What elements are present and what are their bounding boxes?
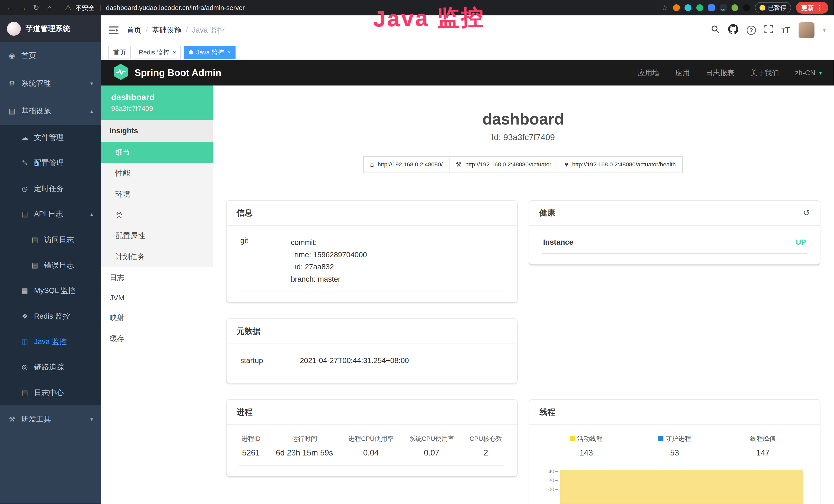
infrastructure-submenu: ☁ 文件管理 ✎ 配置管理 ◷ 定时任务 ▤ API 日志 ▴ ▤ xyxy=(0,125,101,406)
threads-legend: 活动线程 143 守护进程 xyxy=(542,428,807,460)
address-url[interactable]: dashboard.yudao.iocoder.cn/infra/admin-s… xyxy=(106,4,244,12)
process-col-process-cpu: 进程CPU使用率 0.04 xyxy=(348,434,394,458)
avatar-caret-icon[interactable]: ▾ xyxy=(823,27,826,33)
breadcrumb-item[interactable]: 基础设施 xyxy=(152,25,182,36)
sba-item-caches[interactable]: 缓存 xyxy=(101,328,213,349)
sidebar-item-system-management[interactable]: ⚙ 系统管理 ▾ xyxy=(0,70,101,97)
info-row-git: git commit: time: 1596289704000 id: 27aa… xyxy=(239,229,504,292)
close-icon[interactable]: × xyxy=(227,49,231,56)
security-label: 不安全 xyxy=(75,4,94,12)
sba-navbar: Spring Boot Admin 应用墙 应用 日志报表 关于我们 zh-CN… xyxy=(101,60,833,86)
sba-nav-applications[interactable]: 应用 xyxy=(675,68,690,78)
refresh-icon[interactable]: ↺ xyxy=(803,208,810,218)
tab-label: Java 监控 xyxy=(196,48,224,56)
sidebar-item-label: MySQL 监控 xyxy=(34,285,93,296)
extension-icon[interactable] xyxy=(684,4,692,11)
sidebar-item-label: API 日志 xyxy=(34,209,85,219)
sba-item-classes[interactable]: 类 xyxy=(101,205,213,225)
font-size-icon[interactable]: тT xyxy=(781,26,790,35)
extension-icon[interactable] xyxy=(673,4,680,11)
tab-java-monitor[interactable]: Java 监控 × xyxy=(184,46,236,59)
sidebar-item-mysql-monitor[interactable]: ▦ MySQL 监控 xyxy=(0,278,101,303)
sidebar-item-infrastructure[interactable]: ▤ 基础设施 ▴ xyxy=(0,97,101,125)
sba-brand-title[interactable]: Spring Boot Admin xyxy=(135,67,221,78)
spring-boot-admin-logo[interactable] xyxy=(113,64,129,82)
breadcrumb-separator: / xyxy=(186,26,188,34)
help-icon[interactable]: ? xyxy=(747,26,756,35)
sidebar-item-config-management[interactable]: ✎ 配置管理 xyxy=(0,151,101,176)
sidebar-item-redis-monitor[interactable]: ❖ Redis 监控 xyxy=(0,303,101,329)
document-icon: ▤ xyxy=(31,236,39,244)
fullscreen-icon[interactable] xyxy=(764,25,773,36)
sba-item-scheduled-tasks[interactable]: 计划任务 xyxy=(101,247,213,267)
row-label: startup xyxy=(240,357,300,365)
sidebar-item-trace[interactable]: ◎ 链路追踪 xyxy=(0,354,101,380)
sba-item-environment[interactable]: 环境 xyxy=(101,184,213,205)
document-icon: ▤ xyxy=(21,389,29,397)
card-title: 进程 xyxy=(226,400,517,425)
extension-icon[interactable] xyxy=(708,4,715,11)
extension-icon[interactable]: on xyxy=(720,4,727,11)
locale-selector[interactable]: zh-CN ▾ xyxy=(795,69,822,77)
sba-item-logs[interactable]: 日志 xyxy=(101,267,213,288)
sidebar-item-file-management[interactable]: ☁ 文件管理 xyxy=(0,125,101,150)
active-threads-area xyxy=(560,470,803,504)
sidebar-item-error-logs[interactable]: ▤ 错误日志 xyxy=(0,252,101,278)
sidebar-item-scheduled-tasks[interactable]: ◷ 定时任务 xyxy=(0,176,101,201)
reload-icon[interactable]: ↻ xyxy=(32,3,40,12)
sba-nav-journal[interactable]: 日志报表 xyxy=(706,68,734,78)
close-icon[interactable]: × xyxy=(173,49,176,56)
search-icon[interactable] xyxy=(711,25,720,36)
github-icon[interactable] xyxy=(728,24,738,36)
eye-icon: ◎ xyxy=(21,363,29,371)
extension-icon[interactable] xyxy=(743,4,750,11)
sidebar-item-dev-tools[interactable]: ⚒ 研发工具 ▾ xyxy=(0,406,101,433)
chrome-update-button[interactable]: 更新 ⋮ xyxy=(796,2,828,13)
chevron-down-icon: ▾ xyxy=(819,69,822,76)
extension-icon[interactable] xyxy=(696,4,703,11)
legend-swatch xyxy=(658,436,663,441)
bookmark-star-icon[interactable]: ☆ xyxy=(661,3,668,12)
sidebar-item-label: 链路追踪 xyxy=(34,362,93,372)
monitor-icon: ◫ xyxy=(21,338,29,346)
sidebar-item-api-logs[interactable]: ▤ API 日志 ▴ xyxy=(0,201,101,227)
extension-on-badge: on xyxy=(721,8,725,11)
heartbeat-icon: ♥ xyxy=(565,161,568,168)
app-logo-image xyxy=(7,22,21,36)
insights-submenu: 细节 性能 环境 类 配置属性 计划任务 xyxy=(101,142,213,267)
sidebar-item-label: 首页 xyxy=(21,51,93,61)
sidebar-item-log-center[interactable]: ▤ 日志中心 xyxy=(0,380,101,406)
actuator-link[interactable]: ⚒ http://192.168.0.2:48080/actuator xyxy=(449,156,558,173)
browser-home-icon[interactable]: ⌂ xyxy=(45,4,54,12)
forward-icon[interactable]: → xyxy=(19,4,27,12)
sba-item-mappings[interactable]: 映射 xyxy=(101,307,213,328)
sidebar-item-access-logs[interactable]: ▤ 访问日志 xyxy=(0,227,101,252)
breadcrumb-item[interactable]: 首页 xyxy=(127,25,141,36)
sba-item-performance[interactable]: 性能 xyxy=(101,163,213,184)
extension-icon[interactable] xyxy=(731,4,739,11)
security-chip[interactable]: ⚠ 不安全 | dashboard.yudao.iocoder.cn/infra… xyxy=(64,3,244,12)
sba-nav-wallboard[interactable]: 应用墙 xyxy=(638,68,660,78)
health-link[interactable]: ♥ http://192.168.0.2:48080/actuator/heal… xyxy=(557,156,682,173)
back-icon[interactable]: ← xyxy=(5,4,14,12)
gear-icon: ⚙ xyxy=(8,79,16,88)
instance-id: 93a3fc7f7409 xyxy=(111,105,203,113)
sidebar-item-home[interactable]: ◉ 首页 xyxy=(0,42,101,70)
instance-header[interactable]: dashboard 93a3fc7f7409 xyxy=(101,86,213,120)
sba-item-details[interactable]: 细节 xyxy=(101,142,213,163)
user-avatar[interactable] xyxy=(798,22,814,38)
sba-nav-about[interactable]: 关于我们 xyxy=(750,68,779,78)
sba-group-insights[interactable]: Insights xyxy=(101,120,213,142)
base-url-link[interactable]: ⌂ http://192.168.0.2:48080/ xyxy=(363,156,449,173)
tab-home[interactable]: 首页 xyxy=(108,46,131,59)
tab-redis-monitor[interactable]: Redis 监控 × xyxy=(134,46,181,59)
app-logo[interactable]: 芋道管理系统 xyxy=(0,16,101,42)
process-table: 进程ID 5261 运行时间 6d 23h 15m 59s 进程CPU使用率 xyxy=(239,428,504,465)
sidebar-item-java-monitor[interactable]: ◫ Java 监控 xyxy=(0,329,101,354)
legend-active-threads: 活动线程 143 xyxy=(542,434,630,458)
paused-badge[interactable]: 已暂停 xyxy=(755,2,791,13)
sba-item-config-properties[interactable]: 配置属性 xyxy=(101,226,213,247)
hamburger-icon[interactable] xyxy=(109,26,118,35)
sidebar-item-label: 系统管理 xyxy=(21,78,85,89)
sba-item-jvm[interactable]: JVM xyxy=(101,288,213,307)
